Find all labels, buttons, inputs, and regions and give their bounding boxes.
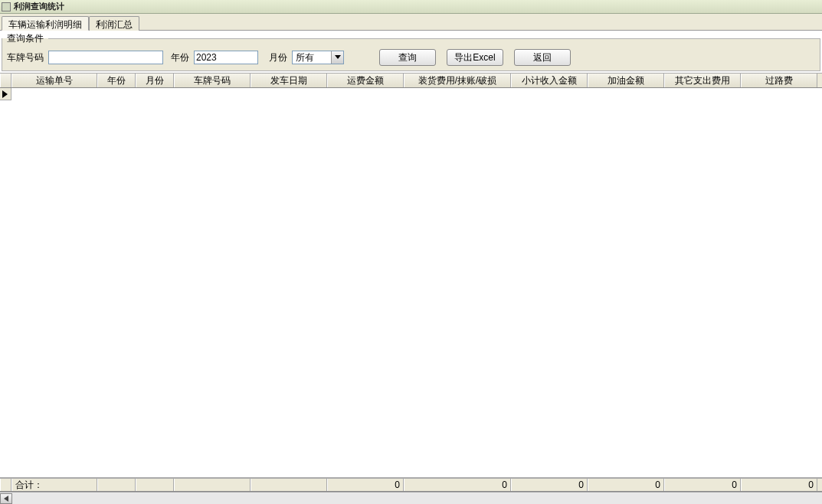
footer-departure bbox=[251, 479, 327, 491]
col-toll-fee[interactable]: 过路费 bbox=[741, 74, 817, 87]
row-selector-header[interactable] bbox=[0, 74, 11, 87]
tab-vehicle-profit-detail[interactable]: 车辆运输利润明细 bbox=[2, 16, 89, 31]
month-select-value: 所有 bbox=[293, 51, 331, 64]
tab-bar: 车辆运输利润明细 利润汇总 bbox=[0, 14, 822, 31]
footer-year bbox=[97, 479, 136, 491]
svg-marker-2 bbox=[4, 496, 8, 502]
export-excel-button[interactable]: 导出Excel bbox=[447, 49, 503, 66]
col-transport-order-no[interactable]: 运输单号 bbox=[11, 74, 97, 87]
year-input[interactable] bbox=[194, 51, 258, 64]
grid-body[interactable] bbox=[0, 88, 822, 478]
col-month[interactable]: 月份 bbox=[136, 74, 174, 87]
svg-marker-0 bbox=[335, 55, 341, 59]
footer-loading-fee: 0 bbox=[404, 479, 511, 491]
svg-marker-1 bbox=[2, 90, 8, 98]
footer-fuel-amount: 0 bbox=[588, 479, 664, 491]
col-subtotal-income[interactable]: 小计收入金额 bbox=[511, 74, 588, 87]
query-button[interactable]: 查询 bbox=[379, 49, 436, 66]
footer-freight-amount: 0 bbox=[327, 479, 404, 491]
col-year[interactable]: 年份 bbox=[97, 74, 136, 87]
grid-footer: 合计： 0 0 0 0 0 0 bbox=[0, 478, 822, 492]
horizontal-scrollbar[interactable] bbox=[0, 492, 822, 504]
row-pointer-icon bbox=[2, 90, 8, 98]
footer-toll-fee: 0 bbox=[741, 479, 817, 491]
window-icon bbox=[2, 2, 11, 11]
col-loading-fee-writeoff-damage[interactable]: 装货费用/抹账/破损 bbox=[404, 74, 511, 87]
plate-number-input[interactable] bbox=[48, 51, 163, 64]
col-other-expense[interactable]: 其它支出费用 bbox=[664, 74, 741, 87]
footer-plate bbox=[174, 479, 251, 491]
footer-total-label: 合计： bbox=[11, 479, 97, 491]
month-label: 月份 bbox=[269, 51, 287, 64]
current-row-indicator bbox=[0, 88, 822, 100]
footer-row-selector bbox=[0, 479, 11, 491]
query-conditions-panel: 查询条件 车牌号码 年份 月份 所有 查询 导出Excel 返回 bbox=[2, 31, 820, 71]
query-row: 车牌号码 年份 月份 所有 查询 导出Excel 返回 bbox=[2, 46, 820, 70]
month-select[interactable]: 所有 bbox=[292, 51, 344, 64]
footer-month bbox=[136, 479, 174, 491]
query-panel-legend: 查询条件 bbox=[2, 31, 48, 46]
year-label: 年份 bbox=[171, 51, 189, 64]
arrow-left-icon bbox=[4, 496, 8, 502]
footer-subtotal-income: 0 bbox=[511, 479, 588, 491]
col-freight-amount[interactable]: 运费金额 bbox=[327, 74, 404, 87]
col-fuel-amount[interactable]: 加油金额 bbox=[588, 74, 664, 87]
row-selector-cell[interactable] bbox=[0, 88, 11, 100]
plate-number-label: 车牌号码 bbox=[7, 51, 44, 64]
data-grid: 运输单号 年份 月份 车牌号码 发车日期 运费金额 装货费用/抹账/破损 小计收… bbox=[0, 73, 822, 504]
col-departure-date[interactable]: 发车日期 bbox=[251, 74, 327, 87]
tab-profit-summary[interactable]: 利润汇总 bbox=[89, 16, 139, 31]
footer-other-expense: 0 bbox=[664, 479, 741, 491]
col-plate-number[interactable]: 车牌号码 bbox=[174, 74, 251, 87]
grid-header: 运输单号 年份 月份 车牌号码 发车日期 运费金额 装货费用/抹账/破损 小计收… bbox=[0, 73, 822, 88]
back-button[interactable]: 返回 bbox=[514, 49, 571, 66]
scroll-left-button[interactable] bbox=[0, 493, 12, 504]
dropdown-arrow-icon bbox=[331, 51, 343, 64]
window-title: 利润查询统计 bbox=[14, 1, 64, 12]
title-bar: 利润查询统计 bbox=[0, 0, 822, 14]
